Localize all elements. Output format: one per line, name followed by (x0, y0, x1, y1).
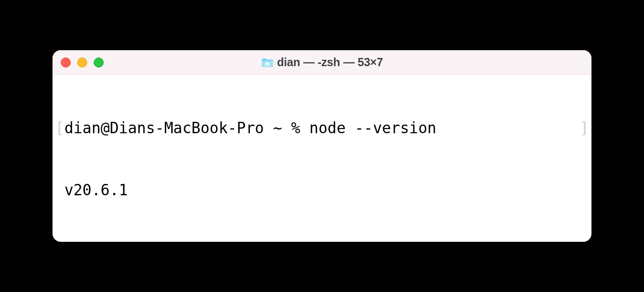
output-text: v20.6.1 (64, 180, 128, 200)
minimize-button[interactable] (77, 57, 87, 68)
terminal-body[interactable]: [dian@Dians-MacBook-Pro ~ % node --versi… (53, 75, 591, 242)
terminal-line: [dian@Dians-MacBook-Pro ~ % node --versi… (55, 118, 589, 138)
prompt: dian@Dians-MacBook-Pro ~ % (64, 119, 309, 137)
folder-home-icon (261, 57, 274, 68)
terminal-window: dian — -zsh — 53×7 [dian@Dians-MacBook-P… (53, 50, 591, 242)
bracket-right-icon: ] (580, 118, 589, 138)
terminal-line: v20.6.1 (55, 180, 589, 200)
window-title: dian — -zsh — 53×7 (277, 56, 383, 69)
bracket-left-icon: [ (55, 118, 64, 138)
close-button[interactable] (61, 57, 71, 68)
titlebar[interactable]: dian — -zsh — 53×7 (53, 50, 591, 75)
zoom-button[interactable] (94, 57, 104, 68)
command-text: node --version (309, 119, 436, 137)
traffic-lights (61, 57, 104, 68)
title-center: dian — -zsh — 53×7 (53, 56, 591, 69)
